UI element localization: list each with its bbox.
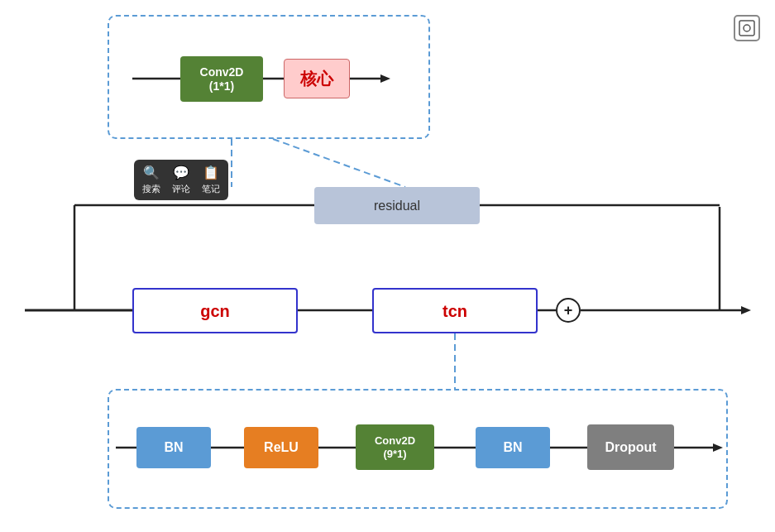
toolbar-popup: 🔍 搜索 💬 评论 📋 笔记 [134,160,228,200]
conv2d-top-node: Conv2D (1*1) [180,56,263,102]
core-node: 核心 [284,59,350,98]
tcn-node: tcn [372,288,538,333]
dropout-node: Dropout [587,424,674,470]
svg-rect-25 [739,21,754,36]
search-icon: 🔍 [143,165,160,180]
svg-line-5 [273,139,405,187]
capture-icon[interactable] [734,15,760,41]
toolbar-comment[interactable]: 💬 评论 [172,165,190,195]
note-icon: 📋 [203,165,219,180]
bn1-node: BN [136,427,211,468]
add-circle: + [556,298,581,323]
gcn-node: gcn [132,288,298,333]
relu-node: ReLU [244,427,318,468]
diagram-container: Conv2D (1*1) 核心 residual gcn tcn + BN Re… [0,0,775,532]
svg-marker-12 [741,306,751,314]
top-module-box [108,15,430,139]
residual-node: residual [314,187,480,224]
capture-svg [739,20,755,36]
bn2-node: BN [476,427,550,468]
svg-point-26 [744,25,750,31]
comment-icon: 💬 [173,165,189,180]
toolbar-search[interactable]: 🔍 搜索 [142,165,160,195]
conv2d-bottom-node: Conv2D (9*1) [356,424,434,470]
toolbar-note[interactable]: 📋 笔记 [202,165,220,195]
